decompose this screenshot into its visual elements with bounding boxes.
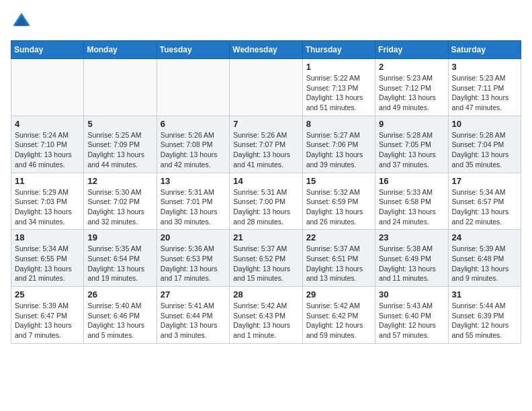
- day-info: Sunrise: 5:40 AM Sunset: 6:46 PM Dayligh…: [87, 301, 152, 340]
- calendar-cell: 14Sunrise: 5:31 AM Sunset: 7:00 PM Dayli…: [230, 173, 302, 230]
- day-info: Sunrise: 5:33 AM Sunset: 6:58 PM Dayligh…: [379, 187, 444, 227]
- day-info: Sunrise: 5:37 AM Sunset: 6:52 PM Dayligh…: [233, 244, 298, 283]
- day-info: Sunrise: 5:29 AM Sunset: 7:03 PM Dayligh…: [15, 187, 80, 227]
- day-info: Sunrise: 5:38 AM Sunset: 6:49 PM Dayligh…: [379, 244, 444, 283]
- calendar-cell: 18Sunrise: 5:34 AM Sunset: 6:55 PM Dayli…: [11, 230, 84, 287]
- calendar-cell: 5Sunrise: 5:25 AM Sunset: 7:09 PM Daylig…: [84, 116, 157, 173]
- day-number: 7: [233, 119, 298, 129]
- calendar-cell: 22Sunrise: 5:37 AM Sunset: 6:51 PM Dayli…: [302, 230, 375, 287]
- logo: [11, 11, 35, 32]
- day-info: Sunrise: 5:23 AM Sunset: 7:12 PM Dayligh…: [379, 73, 444, 113]
- calendar-cell: 8Sunrise: 5:27 AM Sunset: 7:06 PM Daylig…: [302, 116, 375, 173]
- calendar-cell: 12Sunrise: 5:30 AM Sunset: 7:02 PM Dayli…: [84, 173, 157, 230]
- day-info: Sunrise: 5:24 AM Sunset: 7:10 PM Dayligh…: [15, 130, 80, 170]
- calendar-cell: 16Sunrise: 5:33 AM Sunset: 6:58 PM Dayli…: [375, 173, 448, 230]
- day-of-week-header: Friday: [375, 41, 448, 59]
- day-info: Sunrise: 5:43 AM Sunset: 6:40 PM Dayligh…: [379, 301, 444, 340]
- day-info: Sunrise: 5:41 AM Sunset: 6:44 PM Dayligh…: [161, 301, 226, 340]
- day-number: 14: [233, 176, 298, 186]
- calendar-week-row: 11Sunrise: 5:29 AM Sunset: 7:03 PM Dayli…: [11, 173, 521, 230]
- day-info: Sunrise: 5:31 AM Sunset: 7:01 PM Dayligh…: [161, 187, 226, 227]
- day-number: 16: [379, 176, 444, 186]
- day-info: Sunrise: 5:30 AM Sunset: 7:02 PM Dayligh…: [87, 187, 152, 227]
- day-info: Sunrise: 5:34 AM Sunset: 6:55 PM Dayligh…: [15, 244, 80, 283]
- day-number: 10: [452, 119, 517, 129]
- calendar-cell: [11, 59, 84, 116]
- day-number: 25: [15, 289, 80, 300]
- day-info: Sunrise: 5:44 AM Sunset: 6:39 PM Dayligh…: [452, 301, 517, 340]
- day-number: 12: [87, 176, 152, 186]
- day-info: Sunrise: 5:22 AM Sunset: 7:13 PM Dayligh…: [306, 73, 371, 113]
- calendar-cell: 15Sunrise: 5:32 AM Sunset: 6:59 PM Dayli…: [302, 173, 375, 230]
- calendar-cell: 27Sunrise: 5:41 AM Sunset: 6:44 PM Dayli…: [157, 287, 229, 344]
- day-info: Sunrise: 5:28 AM Sunset: 7:05 PM Dayligh…: [379, 130, 444, 170]
- day-info: Sunrise: 5:26 AM Sunset: 7:07 PM Dayligh…: [233, 130, 298, 170]
- page-header: [11, 11, 521, 32]
- day-number: 22: [306, 232, 371, 242]
- day-number: 17: [452, 176, 517, 186]
- calendar-cell: 11Sunrise: 5:29 AM Sunset: 7:03 PM Dayli…: [11, 173, 84, 230]
- calendar-cell: 21Sunrise: 5:37 AM Sunset: 6:52 PM Dayli…: [230, 230, 302, 287]
- day-info: Sunrise: 5:27 AM Sunset: 7:06 PM Dayligh…: [306, 130, 371, 170]
- day-of-week-header: Thursday: [302, 41, 375, 59]
- day-of-week-header: Monday: [84, 41, 157, 59]
- calendar-cell: [84, 59, 157, 116]
- day-info: Sunrise: 5:39 AM Sunset: 6:47 PM Dayligh…: [15, 301, 80, 340]
- day-info: Sunrise: 5:36 AM Sunset: 6:53 PM Dayligh…: [161, 244, 226, 283]
- day-of-week-header: Tuesday: [157, 41, 229, 59]
- day-info: Sunrise: 5:25 AM Sunset: 7:09 PM Dayligh…: [87, 130, 152, 170]
- day-info: Sunrise: 5:23 AM Sunset: 7:11 PM Dayligh…: [452, 73, 517, 113]
- calendar-cell: 4Sunrise: 5:24 AM Sunset: 7:10 PM Daylig…: [11, 116, 84, 173]
- calendar-cell: [157, 59, 229, 116]
- calendar-cell: 29Sunrise: 5:42 AM Sunset: 6:42 PM Dayli…: [302, 287, 375, 344]
- calendar-table: SundayMondayTuesdayWednesdayThursdayFrid…: [11, 40, 521, 344]
- day-info: Sunrise: 5:34 AM Sunset: 6:57 PM Dayligh…: [452, 187, 517, 227]
- calendar-cell: 20Sunrise: 5:36 AM Sunset: 6:53 PM Dayli…: [157, 230, 229, 287]
- day-number: 20: [161, 232, 226, 242]
- day-number: 1: [306, 62, 371, 72]
- logo-icon: [11, 11, 32, 32]
- calendar-cell: 1Sunrise: 5:22 AM Sunset: 7:13 PM Daylig…: [302, 59, 375, 116]
- day-number: 26: [87, 289, 152, 300]
- day-number: 2: [379, 62, 444, 72]
- calendar-cell: [230, 59, 302, 116]
- calendar-cell: 6Sunrise: 5:26 AM Sunset: 7:08 PM Daylig…: [157, 116, 229, 173]
- day-number: 18: [15, 232, 80, 242]
- day-info: Sunrise: 5:42 AM Sunset: 6:42 PM Dayligh…: [306, 301, 371, 340]
- day-number: 23: [379, 232, 444, 242]
- calendar-cell: 10Sunrise: 5:28 AM Sunset: 7:04 PM Dayli…: [448, 116, 521, 173]
- day-number: 19: [87, 232, 152, 242]
- day-number: 5: [87, 119, 152, 129]
- day-number: 24: [452, 232, 517, 242]
- day-number: 27: [161, 289, 226, 300]
- calendar-cell: 3Sunrise: 5:23 AM Sunset: 7:11 PM Daylig…: [448, 59, 521, 116]
- day-number: 15: [306, 176, 371, 186]
- day-of-week-header: Saturday: [448, 41, 521, 59]
- day-number: 31: [452, 289, 517, 300]
- day-number: 8: [306, 119, 371, 129]
- calendar-cell: 13Sunrise: 5:31 AM Sunset: 7:01 PM Dayli…: [157, 173, 229, 230]
- calendar-cell: 17Sunrise: 5:34 AM Sunset: 6:57 PM Dayli…: [448, 173, 521, 230]
- day-info: Sunrise: 5:35 AM Sunset: 6:54 PM Dayligh…: [87, 244, 152, 283]
- calendar-week-row: 25Sunrise: 5:39 AM Sunset: 6:47 PM Dayli…: [11, 287, 521, 344]
- calendar-cell: 26Sunrise: 5:40 AM Sunset: 6:46 PM Dayli…: [84, 287, 157, 344]
- day-number: 6: [161, 119, 226, 129]
- calendar-cell: 30Sunrise: 5:43 AM Sunset: 6:40 PM Dayli…: [375, 287, 448, 344]
- day-of-week-header: Sunday: [11, 41, 84, 59]
- calendar-week-row: 18Sunrise: 5:34 AM Sunset: 6:55 PM Dayli…: [11, 230, 521, 287]
- day-number: 30: [379, 289, 444, 300]
- day-number: 21: [233, 232, 298, 242]
- day-number: 11: [15, 176, 80, 186]
- day-number: 13: [161, 176, 226, 186]
- day-info: Sunrise: 5:28 AM Sunset: 7:04 PM Dayligh…: [452, 130, 517, 170]
- calendar-cell: 28Sunrise: 5:42 AM Sunset: 6:43 PM Dayli…: [230, 287, 302, 344]
- calendar-cell: 7Sunrise: 5:26 AM Sunset: 7:07 PM Daylig…: [230, 116, 302, 173]
- day-info: Sunrise: 5:31 AM Sunset: 7:00 PM Dayligh…: [233, 187, 298, 227]
- day-info: Sunrise: 5:37 AM Sunset: 6:51 PM Dayligh…: [306, 244, 371, 283]
- day-number: 29: [306, 289, 371, 300]
- day-number: 28: [233, 289, 298, 300]
- days-of-week-row: SundayMondayTuesdayWednesdayThursdayFrid…: [11, 41, 521, 59]
- day-info: Sunrise: 5:26 AM Sunset: 7:08 PM Dayligh…: [161, 130, 226, 170]
- day-number: 9: [379, 119, 444, 129]
- calendar-cell: 9Sunrise: 5:28 AM Sunset: 7:05 PM Daylig…: [375, 116, 448, 173]
